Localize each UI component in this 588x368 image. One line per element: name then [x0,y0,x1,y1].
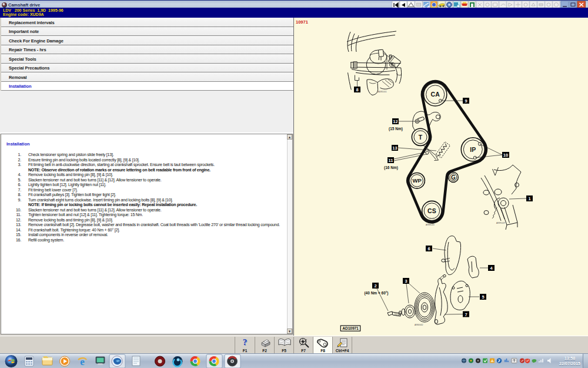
svg-text:A989U09: A989U09 [496,222,505,224]
svg-text:1: 1 [528,196,530,201]
svg-text:IP: IP [470,146,476,153]
svg-text:AD10971: AD10971 [342,326,359,330]
svg-text:(16 Nm): (16 Nm) [384,165,398,170]
svg-text:WP: WP [412,177,422,184]
svg-text:2: 2 [374,283,376,289]
svg-text:(40 Nm + 60°): (40 Nm + 60°) [364,291,388,296]
svg-text:7: 7 [465,312,467,317]
svg-text:T: T [419,134,423,141]
svg-text:CS: CS [427,207,436,214]
svg-text:9: 9 [465,98,467,104]
svg-text:5: 5 [482,294,484,300]
svg-text:3: 3 [405,279,407,284]
svg-text:8: 8 [356,87,358,92]
svg-text:(15 Nm): (15 Nm) [389,127,403,131]
svg-text:10971: 10971 [296,19,308,25]
svg-text:12: 12 [393,119,397,124]
svg-text:13: 13 [392,145,397,151]
svg-text:A986S32: A986S32 [415,324,423,326]
svg-text:G: G [451,174,456,181]
svg-text:6: 6 [427,246,430,251]
svg-text:CA: CA [431,91,440,98]
svg-text:10: 10 [503,152,508,158]
svg-text:11: 11 [389,158,393,163]
svg-text:A080U01: A080U01 [378,91,387,93]
svg-text:A988U43: A988U43 [426,224,435,226]
